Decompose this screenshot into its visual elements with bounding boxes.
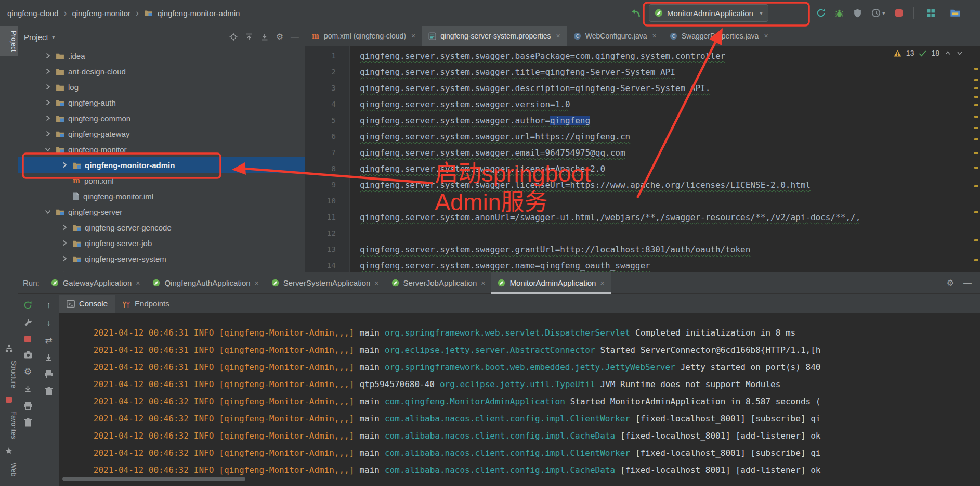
structure-icon[interactable] — [5, 344, 13, 352]
close-icon[interactable]: × — [556, 32, 560, 40]
stop-icon[interactable] — [24, 336, 31, 342]
next-problem-icon[interactable] — [956, 49, 963, 57]
project-panel-title[interactable]: Project — [24, 33, 48, 42]
editor-tab-swaggerproperties[interactable]: SwaggerProperties.java × — [663, 26, 775, 46]
tree-item-ant-design-cloud[interactable]: ant-design-cloud — [18, 63, 305, 79]
expand-all-icon[interactable] — [245, 33, 253, 41]
debug-icon[interactable] — [835, 0, 844, 26]
build-icon[interactable] — [631, 0, 641, 26]
rerun-icon[interactable] — [23, 301, 32, 310]
code-line: qingfeng.server.system.swagger.licenseUr… — [360, 177, 973, 193]
spring-boot-icon — [498, 279, 505, 287]
breadcrumb-item-module[interactable]: qingfeng-monitor — [72, 9, 130, 18]
restore-layout-icon[interactable] — [24, 385, 32, 393]
tree-item-qingfeng-common[interactable]: qingfeng-common — [18, 110, 305, 126]
tree-item-qingfeng-gateway[interactable]: qingfeng-gateway — [18, 126, 305, 142]
stop-icon[interactable] — [895, 0, 903, 26]
clear-all-icon[interactable] — [45, 387, 53, 395]
tree-item-pom-xml[interactable]: m pom.xml — [18, 173, 305, 188]
run-tab-serversystem[interactable]: ServerSystemApplication × — [265, 272, 385, 294]
tree-item-log[interactable]: log — [18, 79, 305, 95]
tool-window-button-structure[interactable]: Structure — [0, 359, 18, 390]
breadcrumb-item-submodule[interactable]: qingfeng-monitor-admin — [158, 9, 240, 18]
run-config-label: MonitorAdminApplication — [667, 9, 753, 18]
tool-window-button-project[interactable]: Project — [0, 26, 18, 56]
tree-item-qingfeng-auth[interactable]: qingfeng-auth — [18, 95, 305, 110]
editor-tab-bar: m pom.xml (qingfeng-cloud) × qingfeng-se… — [305, 26, 980, 46]
run-tab-qingfengauth[interactable]: QingfengAuthApplication × — [146, 272, 265, 294]
chevron-right-icon — [44, 83, 52, 91]
tree-item-qingfeng-monitor-iml[interactable]: qingfeng-monitor.iml — [18, 188, 305, 204]
clear-all-icon[interactable] — [24, 418, 32, 427]
project-panel-header: Project ▾ ⚙ — — [18, 26, 305, 48]
code-content[interactable]: qingfeng.server.system.swagger.basePacka… — [350, 46, 973, 272]
tree-item-qingfeng-server[interactable]: qingfeng-server — [18, 204, 305, 220]
tree-item-idea[interactable]: .idea — [18, 48, 305, 63]
run-tab-gateway[interactable]: GatewayApplication × — [45, 272, 147, 294]
code-line: qingfeng.server.system.swagger.title=qin… — [360, 64, 973, 80]
profiler-icon[interactable]: ▾ — [871, 0, 885, 26]
tree-item-qingfeng-server-gencode[interactable]: qingfeng-server-gencode — [18, 220, 305, 235]
close-icon[interactable]: × — [374, 279, 378, 287]
soft-wrap-icon[interactable]: ⇄ — [45, 336, 52, 345]
close-icon[interactable]: × — [481, 279, 485, 287]
breadcrumb-item-project[interactable]: qingfeng-cloud — [7, 9, 58, 18]
endpoints-view-tab[interactable]: Endpoints — [115, 295, 177, 313]
run-config-selector[interactable]: MonitorAdminApplication ▾ — [649, 0, 768, 26]
tool-window-button-web[interactable]: Web — [0, 461, 18, 479]
scroll-to-end-icon[interactable] — [45, 354, 53, 362]
run-tab-monitoradmin[interactable]: MonitorAdminApplication × — [491, 272, 610, 294]
console-view-tab[interactable]: Console — [59, 295, 115, 313]
typo-check-icon — [919, 50, 926, 57]
hide-panel-icon[interactable]: — — [963, 278, 972, 288]
coverage-icon[interactable] — [854, 0, 861, 26]
down-stack-trace-icon[interactable]: ↓ — [46, 318, 51, 327]
close-icon[interactable]: × — [652, 32, 657, 40]
close-icon[interactable]: × — [255, 279, 259, 287]
editor-tab-webconfigure[interactable]: WebConfigure.java × — [567, 26, 663, 46]
grid-icon[interactable] — [926, 0, 935, 26]
inspections-widget[interactable]: 13 18 — [891, 48, 966, 58]
tree-item-label: qingfeng-server — [68, 208, 122, 216]
editor-tab-pom-xml[interactable]: m pom.xml (qingfeng-cloud) × — [305, 26, 422, 46]
project-folders-icon[interactable] — [950, 0, 960, 26]
error-stripe[interactable] — [973, 46, 980, 272]
console-output[interactable]: 2021-04-12 00:46:31INFO[qingfeng-Monitor… — [59, 313, 980, 486]
tree-item-qingfeng-server-job[interactable]: qingfeng-server-job — [18, 235, 305, 251]
code-line: qingfeng.server.system.swagger.grantUrl=… — [360, 241, 973, 258]
edit-configuration-icon[interactable] — [24, 318, 32, 327]
code-line: qingfeng.server.system.swagger.descripti… — [360, 80, 973, 96]
tree-item-qingfeng-server-system[interactable]: qingfeng-server-system — [18, 251, 305, 266]
project-tool-window: Project ▾ ⚙ — .idea ant-design-cloud — [18, 26, 306, 272]
tree-item-qingfeng-monitor-admin[interactable]: qingfeng-monitor-admin — [18, 157, 305, 173]
print-icon[interactable] — [45, 370, 53, 378]
hide-panel-icon[interactable]: — — [291, 33, 299, 41]
stop-square-icon[interactable] — [6, 397, 12, 403]
editor-tab-properties[interactable]: qingfeng-server-system.properties × — [422, 26, 567, 46]
close-icon[interactable]: × — [764, 32, 768, 40]
tree-item-qingfeng-server-test[interactable]: qingfeng-server-test — [18, 266, 305, 272]
up-stack-trace-icon[interactable]: ↑ — [46, 301, 51, 310]
close-icon[interactable]: × — [411, 32, 415, 40]
module-icon — [72, 255, 81, 263]
close-icon[interactable]: × — [136, 279, 140, 287]
run-tab-serverjob[interactable]: ServerJobApplication × — [385, 272, 492, 294]
tool-window-button-favorites[interactable]: Favorites — [0, 409, 18, 441]
settings-icon[interactable]: ⚙ — [947, 278, 954, 288]
horizontal-scrollbar[interactable] — [62, 477, 245, 481]
previous-problem-icon[interactable] — [944, 49, 951, 57]
print-icon[interactable] — [24, 402, 32, 410]
settings-icon[interactable]: ⚙ — [24, 367, 32, 376]
tree-item-qingfeng-monitor[interactable]: qingfeng-monitor — [18, 142, 305, 157]
tree-item-label: pom.xml — [84, 176, 114, 185]
settings-icon[interactable]: ⚙ — [276, 33, 283, 41]
run-tab-label: QingfengAuthApplication — [164, 278, 250, 287]
close-icon[interactable]: × — [600, 279, 604, 287]
rerun-application-icon[interactable] — [816, 0, 826, 26]
locate-file-icon[interactable] — [229, 33, 238, 41]
folder-icon — [56, 52, 64, 60]
star-icon[interactable] — [5, 447, 12, 454]
collapse-all-icon[interactable] — [260, 33, 269, 41]
editor-body[interactable]: 1 2 3 4 5 6 7 8 9 10 11 12 13 14 qingfen… — [305, 46, 980, 272]
thread-dump-icon[interactable] — [24, 351, 32, 359]
